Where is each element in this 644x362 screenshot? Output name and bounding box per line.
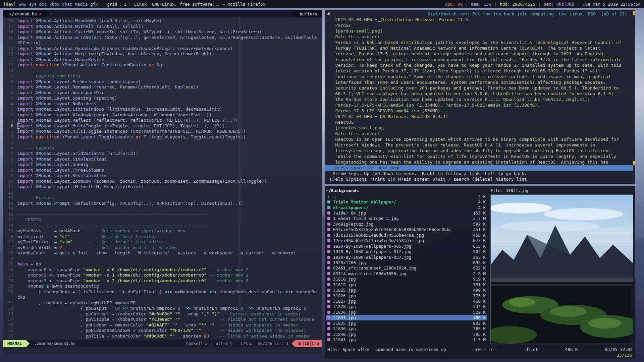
- link[interactable]: SHA512: [545, 97, 561, 102]
- link[interactable]: Rate this project: [327, 131, 380, 136]
- file-row[interactable]: 1920-By-1080-Wallpapers-037.jpg253 K: [326, 254, 487, 260]
- link[interactable]: Rate this project: [327, 34, 380, 39]
- file-row[interactable]: Triple Monitor Wallpaper/4 K: [326, 199, 487, 204]
- code-line[interactable]: 29 xmonad $ ewmh desktopConfig: [3, 284, 322, 289]
- file-row[interactable]: 31819.jpg791 K: [326, 282, 487, 287]
- link[interactable]: Pardus-17.5-DDE-amd64.iso: [445, 103, 511, 108]
- file-row[interactable]: 1920x1200.jpg695 K: [326, 260, 487, 265]
- code-line[interactable]: 15import XMonad.Actions.GridSelect (GSCo…: [3, 35, 322, 41]
- link[interactable]: [reactos-small.png]: [327, 125, 385, 130]
- code-line[interactable]: 22myBorderWidth = 2 -- Sets border width…: [3, 245, 322, 251]
- code-line[interactable]: 4import XMonad.Layout.NoBorders: [3, 101, 322, 107]
- code-line[interactable]: GSConfig): [3, 40, 322, 46]
- file-row[interactable]: 7d3c13155880e514a8d6d70510be449a.jpg455 …: [326, 232, 487, 238]
- workspace-vbox[interactable]: vbox: [49, 2, 59, 7]
- code-line[interactable]: 9import XMonad.Layout.ResizableTile: [3, 173, 322, 179]
- code-line[interactable]: 35 , ppHidden = xmobarColor "#82AAFF" ""…: [3, 322, 322, 328]
- code-line[interactable]: cks: [3, 295, 322, 300]
- file-row[interactable]: 31840.jpg793 K: [326, 331, 487, 337]
- code-line[interactable]: 4 -- Layouts: [3, 145, 322, 151]
- file-row[interactable]: 12ee746bb85735f1a7a4cd4d7f581b5c.jpg677 …: [326, 238, 487, 243]
- file-row[interactable]: dt-wallpapers/4 K: [326, 205, 487, 210]
- code-line[interactable]: 10import XMonad.Layout.ZoomRow (zoomRow,…: [3, 179, 322, 184]
- link[interactable]: [pardus-small.png]: [327, 28, 382, 34]
- code-line[interactable]: 0import XMonad.Layout.MultiToggle (mkTog…: [3, 123, 322, 129]
- code-line[interactable]: 17import XMonad.Actions.WithAll (sinkAll…: [3, 24, 322, 29]
- code-line[interactable]: 5import XMonad.Layout.Spacing (spacing): [3, 96, 322, 101]
- code-line[interactable]: 5import XMonad.Layout.GridVariants (Grid…: [3, 151, 322, 157]
- link[interactable]: pkglist: [566, 97, 585, 102]
- vim-tab-xmonad[interactable]: .x/xmonad.hs ✗: [3, 10, 45, 17]
- workspace-chat[interactable]: chat: [62, 2, 72, 7]
- file-row[interactable]: 31825.jpg499 K: [326, 287, 487, 293]
- code-line[interactable]: 20myTerminal = "st" -- Sets default term…: [3, 234, 322, 240]
- code-line[interactable]: 25main = do: [3, 261, 322, 267]
- code-line[interactable]: 10: [3, 68, 322, 74]
- code-line[interactable]: 36 , ppHiddenNoWindows = xmobarColor "#F…: [3, 328, 322, 334]
- code-line[interactable]: 24: [3, 256, 322, 262]
- file-row[interactable]: (wide) 64.jpg153 K: [326, 210, 487, 216]
- workspace-doc[interactable]: doc: [39, 2, 47, 7]
- file-row[interactable]: 31818.jpg919 K: [326, 277, 487, 282]
- code-line[interactable]: 8import XMonad.Layout.PerWorkspace (onWo…: [3, 79, 322, 85]
- file-row[interactable]: 31831.jpg486 K: [326, 315, 487, 320]
- file-row[interactable]: 31841.jpg1.3 M: [326, 337, 487, 342]
- workspace-www[interactable]: www: [19, 2, 26, 7]
- file-row[interactable]: 1 wheat field Europe 3.jpg2.7 M: [326, 216, 487, 221]
- file-row[interactable]: 31830.jpg529 K: [326, 309, 487, 315]
- link[interactable]: ReactOS: [327, 120, 354, 125]
- link[interactable]: Pardus-17.5-LTS-SERVER-amd64.iso: [327, 108, 419, 113]
- code-line[interactable]: 34 , ppVisible = xmobarColor "#c3e88d" "…: [3, 317, 322, 322]
- code-line[interactable]: 37 , ppTitle = xmobarColor "#d0d0d0" "" …: [3, 334, 322, 339]
- file-row[interactable]: 04fc7e45d58115b2a9fe446c8c658886b694e108…: [326, 227, 487, 232]
- file-row[interactable]: 1920-By-1080-Wallpapers-012.jpg503 K: [326, 249, 487, 254]
- code-line[interactable]: 30 { manageHook = ( isFullscreen --> doF…: [3, 289, 322, 295]
- vim-commandline[interactable]: [3, 347, 322, 353]
- code-line[interactable]: 6import XMonad.Layout.SimplestFloat: [3, 157, 322, 162]
- code-line[interactable]: 27 xmproc1 <- spawnPipe "xmobar -x 1 /ho…: [3, 273, 322, 278]
- code-line[interactable]: 2import XMonad.Layout.WindowArranger (wi…: [3, 112, 322, 118]
- link[interactable]: Pardus: [327, 23, 351, 28]
- file-row[interactable]: 31827.jpg468 K: [326, 298, 487, 304]
- file-row[interactable]: 03114_mapletree_1680x1050.jpg2.8 M: [326, 271, 487, 276]
- file-row[interactable]: ↑..4 K: [326, 194, 487, 199]
- code-line[interactable]: 19myModMask = mod4Mask -- Sets modkey to…: [3, 228, 322, 234]
- code-line[interactable]: 12: [3, 190, 322, 195]
- code-line[interactable]: 3import XMonad.Layout.LimitWindows (limi…: [3, 107, 322, 112]
- code-line[interactable]: 16import XMonad.Actions.CycleWS (moveTo,…: [3, 29, 322, 35]
- code-line[interactable]: 15: [3, 206, 322, 212]
- code-line[interactable]: 1import XMonad.Layout.Reflect (reflectVe…: [3, 118, 322, 123]
- code-area[interactable]: 18import XMonad.Actions.WindowGo (runOrR…: [3, 17, 322, 340]
- file-row[interactable]: 31835.jpg802 K: [326, 320, 487, 326]
- link[interactable]: Pardus-17.5-LTS-XFCE-amd64.iso: [327, 103, 414, 108]
- code-line[interactable]: 26 xmproc0 <- spawnPipe "xmobar -x 0 /ho…: [3, 267, 322, 273]
- code-line[interactable]: 23windowCount = gets $ Just . show . len…: [3, 250, 322, 256]
- file-row[interactable]: 3vo91g7azxqz.jpg597 K: [326, 221, 487, 227]
- file-row[interactable]: 31836.jpg365 K: [326, 326, 487, 331]
- code-line[interactable]: 11import qualified XMonad.Actions.Constr…: [3, 62, 322, 68]
- code-line[interactable]: 17---CONFIG: [3, 217, 322, 223]
- code-line[interactable]: 1import XMonad.Layout.MultiToggle.Instan…: [3, 129, 322, 134]
- workspace-gfx[interactable]: gfx: [90, 2, 98, 7]
- link[interactable]: release announcement: [411, 57, 464, 62]
- workspace-dev[interactable]: [dev]: [3, 2, 16, 7]
- code-line[interactable]: 11import XMonad.Layout.IM (withIM, Prope…: [3, 184, 322, 190]
- code-line[interactable]: 31 , logHook = dynamicLogWithPP xmobarPP: [3, 300, 322, 306]
- code-line[interactable]: 9 -- Layouts modifiers: [3, 73, 322, 79]
- code-line[interactable]: 16--------------------------------------…: [3, 212, 322, 218]
- code-line[interactable]: 3: [3, 140, 322, 145]
- code-line[interactable]: 33 , ppCurrent = xmobarColor "#c3e88d" "…: [3, 311, 322, 317]
- code-line[interactable]: 14import XMonad.Actions.DynamicWorkspace…: [3, 46, 322, 52]
- code-line[interactable]: 28 xmproc2 <- spawnPipe "xmobar -x 2 /ho…: [3, 278, 322, 284]
- code-line[interactable]: 13 -- Prompts: [3, 195, 322, 201]
- code-line[interactable]: 8import XMonad.Layout.ThreeColumns: [3, 168, 322, 173]
- lynx-scrollbar[interactable]: [633, 10, 635, 184]
- file-row[interactable]: 02461_africansunset_1280x1024.jpg622 K: [326, 265, 487, 271]
- layout-indicator[interactable]: grid: [107, 2, 117, 7]
- buffers-button[interactable]: buffers: [295, 10, 322, 17]
- workspace-media[interactable]: media: [75, 2, 88, 7]
- code-line[interactable]: 32 { ppOutput = \x -> hPutStrLn xmproc0 …: [3, 306, 322, 311]
- code-line[interactable]: 2import qualified XMonad.Layout.ToggleLa…: [3, 134, 322, 140]
- code-line[interactable]: 13import XMonad.Actions.Warp (warpToWind…: [3, 51, 322, 57]
- code-line[interactable]: 7import XMonad.Layout.OneBig: [3, 162, 322, 168]
